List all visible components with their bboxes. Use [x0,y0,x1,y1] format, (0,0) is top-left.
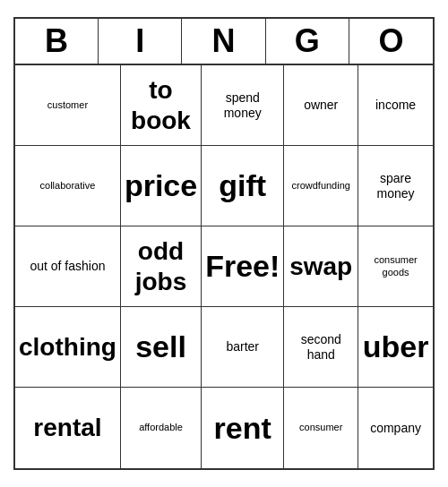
bingo-cell: sell [121,307,202,388]
cell-text: company [370,421,421,436]
cell-text: sell [135,329,186,365]
cell-text: rental [33,413,101,443]
cell-text: collaborative [40,180,96,192]
header-letter: O [349,19,433,64]
bingo-cell: collaborative [15,146,121,226]
cell-text: affordable [139,422,183,433]
cell-text: second hand [288,332,354,363]
cell-text: odd jobs [125,236,197,296]
bingo-cell: income [358,65,433,146]
cell-text: uber [363,329,429,365]
cell-text: spend money [205,90,280,121]
bingo-cell: crowdfunding [284,146,358,226]
cell-text: consumer [299,422,342,433]
bingo-cell: Free! [202,226,284,307]
bingo-cell: uber [358,307,433,388]
bingo-cell: spend money [202,65,284,146]
bingo-card: BINGO customerto bookspend moneyownerinc… [13,17,435,470]
cell-text: rent [214,410,271,447]
header-letter: I [99,19,182,64]
bingo-cell: odd jobs [121,226,202,307]
bingo-cell: barter [202,307,284,388]
cell-text: spare money [362,171,429,201]
header-letter: N [182,19,265,64]
bingo-cell: rent [202,388,284,468]
bingo-cell: second hand [284,307,358,388]
cell-text: to book [125,75,197,135]
bingo-cell: consumer goods [358,226,433,307]
bingo-cell: company [358,388,433,468]
cell-text: owner [304,98,338,113]
cell-text: crowdfunding [291,180,349,192]
cell-text: clothing [19,332,116,363]
bingo-cell: to book [121,65,202,146]
cell-text: swap [289,252,352,282]
bingo-cell: swap [284,226,358,307]
cell-text: customer [47,99,88,111]
cell-text: out of fashion [30,259,105,274]
bingo-cell: owner [284,65,358,146]
cell-text: income [375,98,416,113]
bingo-cell: gift [202,146,284,226]
bingo-cell: spare money [358,146,433,226]
bingo-cell: price [121,146,202,226]
bingo-grid: customerto bookspend moneyownerincomecol… [15,65,433,468]
bingo-cell: customer [15,65,121,146]
cell-text: consumer goods [362,254,429,278]
cell-text: price [125,167,197,204]
bingo-cell: clothing [15,307,121,388]
bingo-cell: consumer [284,388,358,468]
header-letter: B [15,19,99,64]
cell-text: barter [226,339,259,355]
bingo-cell: affordable [121,388,202,468]
bingo-cell: out of fashion [15,226,121,307]
bingo-cell: rental [15,388,121,468]
cell-text: gift [219,167,266,204]
bingo-header: BINGO [15,19,433,65]
cell-text: Free! [205,248,280,285]
header-letter: G [266,19,349,64]
